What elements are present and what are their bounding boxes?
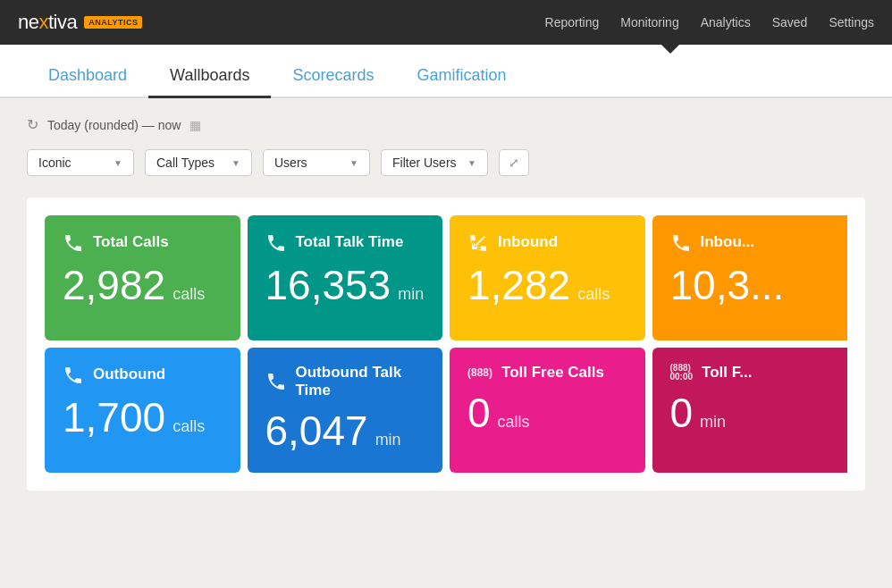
phone-inbound-icon [467, 231, 489, 254]
card-title: Inbound [498, 233, 558, 251]
card-unit: min [375, 431, 401, 449]
card-value-row: 0 calls [467, 392, 627, 433]
logo-text: nextiva [18, 11, 77, 34]
card-value-row: 1,282 calls [467, 265, 627, 306]
phone-incoming-icon [63, 231, 84, 254]
tab-gamification[interactable]: Gamification [395, 57, 527, 98]
card-value: 0 [670, 392, 694, 433]
inbound-partial-card: Inbou... 10,3... [652, 215, 848, 340]
tab-dashboard[interactable]: Dashboard [27, 57, 148, 98]
calendar-icon[interactable]: ▦ [189, 118, 201, 132]
card-header: (888)00:00 Toll F... [670, 364, 830, 382]
filter-users-label: Filter Users [392, 155, 457, 170]
card-title: Toll F... [702, 364, 752, 382]
nav-arrow [661, 45, 679, 54]
outbound-talk-time-card: Outbound Talk Time 6,047 min [248, 348, 443, 473]
toll-free-partial-card: (888)00:00 Toll F... 0 min [652, 348, 848, 473]
card-header: Inbound [467, 231, 627, 254]
card-title: Outbound Talk Time [296, 364, 425, 399]
outbound-card: Outbound 1,700 calls [45, 348, 240, 473]
card-title: Outbound [93, 365, 165, 383]
phone-outbound-icon [63, 364, 84, 386]
card-title: Total Talk Time [296, 233, 404, 251]
date-text: Today (rounded) — now [47, 118, 181, 132]
nav-settings[interactable]: Settings [829, 15, 874, 29]
date-row: ↻ Today (rounded) — now ▦ [27, 116, 865, 133]
card-unit: calls [498, 413, 530, 432]
card-title: Toll Free Calls [501, 364, 604, 382]
card-header: Outbound [63, 364, 223, 386]
card-value-row: 10,3... [670, 265, 830, 306]
card-header: Outbound Talk Time [265, 364, 425, 399]
phone-inbound-icon [670, 231, 692, 254]
logo-dot: x [38, 11, 48, 33]
card-unit: min [700, 413, 726, 432]
tabs-bar: Dashboard Wallboards Scorecards Gamifica… [0, 45, 892, 98]
tab-wallboards[interactable]: Wallboards [148, 57, 271, 98]
date-separator: — [142, 118, 155, 132]
nav-monitoring[interactable]: Monitoring [620, 15, 678, 29]
card-header: Inbou... [670, 231, 830, 254]
card-unit: min [398, 285, 424, 304]
card-title: Inbou... [701, 233, 754, 251]
card-value-row: 2,982 calls [63, 265, 223, 306]
card-value: 0 [467, 392, 491, 433]
card-value-row: 0 min [670, 392, 830, 433]
card-value: 1,700 [63, 397, 165, 438]
card-header: Total Talk Time [265, 231, 425, 254]
chevron-down-icon: ▼ [114, 158, 122, 168]
card-value-row: 16,353 min [265, 265, 425, 306]
filter-row: Iconic ▼ Call Types ▼ Users ▼ Filter Use… [27, 149, 865, 176]
card-unit: calls [173, 417, 205, 436]
inbound-card: Inbound 1,282 calls [450, 215, 645, 340]
card-value: 6,047 [265, 410, 368, 451]
refresh-icon[interactable]: ↻ [27, 116, 38, 133]
nav-reporting[interactable]: Reporting [545, 15, 600, 29]
toll-free-partial-icon: (888)00:00 [670, 364, 694, 382]
card-unit: calls [577, 285, 610, 304]
card-value: 2,982 [63, 265, 165, 306]
chevron-down-icon: ▼ [349, 158, 358, 168]
users-label: Users [274, 155, 307, 170]
chevron-down-icon: ▼ [467, 158, 476, 168]
card-value: 16,353 [265, 265, 391, 306]
nav-links: Reporting Monitoring Analytics Saved Set… [545, 15, 874, 29]
cards-container: Total Calls 2,982 calls Total Talk Time [27, 197, 865, 491]
cards-grid: Total Calls 2,982 calls Total Talk Time [45, 215, 847, 473]
card-value: 1,282 [467, 265, 570, 306]
top-navigation: nextiva ANALYTICS Reporting Monitoring A… [0, 0, 892, 45]
chevron-down-icon: ▼ [231, 158, 240, 168]
call-types-dropdown[interactable]: Call Types ▼ [145, 149, 252, 176]
main-content: ↻ Today (rounded) — now ▦ Iconic ▼ Call … [0, 98, 892, 508]
card-header: (888) Toll Free Calls [467, 364, 627, 382]
view-dropdown[interactable]: Iconic ▼ [27, 149, 134, 176]
date-end: now [158, 118, 181, 132]
card-value-row: 1,700 calls [63, 397, 223, 438]
filter-users-dropdown[interactable]: Filter Users ▼ [381, 149, 488, 176]
card-value-row: 6,047 min [265, 410, 425, 451]
card-title: Total Calls [93, 233, 169, 251]
phone-clock-icon [265, 231, 287, 254]
toll-free-calls-card: (888) Toll Free Calls 0 calls [450, 348, 645, 473]
analytics-badge: ANALYTICS [84, 16, 142, 29]
users-dropdown[interactable]: Users ▼ [263, 149, 370, 176]
toll-free-icon: (888) [467, 367, 492, 378]
export-button[interactable]: ⤢ [499, 149, 529, 176]
nav-analytics[interactable]: Analytics [701, 15, 751, 29]
nav-saved[interactable]: Saved [772, 15, 808, 29]
phone-outbound-clock-icon [265, 371, 287, 393]
date-range-text: Today (rounded) [47, 118, 139, 132]
logo: nextiva ANALYTICS [18, 11, 142, 34]
card-header: Total Calls [63, 231, 223, 254]
view-label: Iconic [38, 155, 72, 170]
total-calls-card: Total Calls 2,982 calls [45, 215, 240, 340]
call-types-label: Call Types [156, 155, 215, 170]
tab-scorecards[interactable]: Scorecards [271, 57, 395, 98]
card-value: 10,3... [670, 265, 785, 306]
card-unit: calls [173, 285, 205, 304]
total-talk-time-card: Total Talk Time 16,353 min [248, 215, 443, 340]
